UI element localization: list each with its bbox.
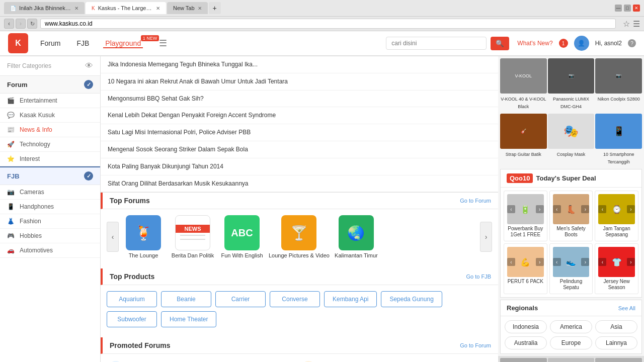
regional-australia[interactable]: Australia	[505, 336, 547, 349]
sidebar-item-hobbies[interactable]: 🎮 Hobbies	[0, 229, 100, 243]
back-button[interactable]: ‹	[4, 19, 14, 29]
product-sepeda-gunung[interactable]: Sepeda Gunung	[381, 291, 442, 307]
bookmark-icon[interactable]: ☆	[623, 19, 630, 29]
deal-prev-arrow6[interactable]: ‹	[598, 258, 606, 266]
user-avatar[interactable]: 👤	[574, 36, 589, 51]
tab-close-3[interactable]: ✕	[198, 6, 202, 11]
promoted-ilmu-marketing[interactable]: 📈 Ilmu Marketing	[299, 358, 492, 362]
nav-playground[interactable]: Playground	[103, 39, 143, 48]
promoted-mancing[interactable]: 🎣 Mancing	[107, 358, 299, 362]
article-7[interactable]: Sifat Orang Dilihat Berdasarkan Musik Ke…	[101, 175, 498, 193]
go-to-forum-link[interactable]: Go to Forum	[460, 198, 491, 204]
sidebar-item-kasak-kusuk[interactable]: 💬 Kasak Kusuk	[0, 108, 100, 123]
notification-badge[interactable]: 1	[559, 39, 568, 48]
whats-new-link[interactable]: What's New?	[517, 40, 552, 47]
forum-the-lounge[interactable]: 🍹 The Lounge	[121, 215, 166, 258]
forum-berita-politik[interactable]: NEWS Berita Dan Politik	[170, 215, 215, 258]
nav-fjb[interactable]: FJB	[74, 39, 91, 47]
deal-perut[interactable]: 💪 ‹ › PERUT 6 PACK	[504, 243, 547, 294]
deal-next-arrow[interactable]: ›	[536, 205, 544, 213]
tab-close-1[interactable]: ✕	[74, 6, 78, 11]
article-3[interactable]: Kenal Lebih Dekat Dengan Penyakit Foreig…	[101, 107, 498, 124]
sidebar-item-handphones[interactable]: 📱 Handphones	[0, 200, 100, 214]
maximize-button[interactable]: □	[624, 5, 631, 12]
regional-lainnya[interactable]: Lainnya	[595, 336, 637, 349]
refresh-button[interactable]: ↻	[27, 19, 37, 29]
deal-next-arrow2[interactable]: ›	[581, 205, 589, 213]
kaskus-logo[interactable]: K	[8, 33, 28, 53]
help-icon[interactable]: ?	[628, 39, 636, 47]
nav-forum[interactable]: Forum	[38, 39, 62, 47]
browser-tab-2[interactable]: K Kaskus - The Largest Indone... ✕	[86, 2, 166, 14]
go-to-forum-link2[interactable]: Go to Forum	[460, 342, 491, 348]
deal-next-arrow4[interactable]: ›	[536, 258, 544, 266]
product-smartphone[interactable]: 📱 10 Smartphone Tercanggih	[595, 114, 642, 165]
deal-next-arrow3[interactable]: ›	[627, 205, 635, 213]
deal-next-arrow5[interactable]: ›	[581, 258, 589, 266]
browser-tab-3[interactable]: New Tab ✕	[167, 2, 208, 14]
menu-icon[interactable]: ☰	[633, 19, 640, 29]
sidebar-item-interest[interactable]: ⭐ Interest	[0, 152, 100, 166]
product-nikon[interactable]: 📷 Nikon Coolpix S2800	[595, 58, 642, 110]
deal-pelindung-sepatu[interactable]: 👟 ‹ › Pelindung Sepatu	[549, 243, 593, 294]
search-input[interactable]	[386, 37, 487, 50]
article-4[interactable]: Satu Lagi Misi Internasional Polri, Poli…	[101, 124, 498, 141]
regional-indonesia[interactable]: Indonesia	[505, 320, 547, 333]
tab-close-2[interactable]: ✕	[156, 6, 160, 11]
search-button[interactable]: 🔍	[491, 37, 509, 50]
carousel-next-button[interactable]: ›	[480, 222, 492, 252]
product-beanie[interactable]: Beanie	[161, 291, 211, 307]
cameras-label: Cameras	[20, 189, 44, 196]
deal-safety-boots[interactable]: 👢 ‹ › Men's Safety Boots	[549, 191, 593, 241]
product-home-theater[interactable]: Home Theater	[161, 311, 216, 327]
article-5[interactable]: Mengenal Sosok Seorang Striker Dalam Sep…	[101, 141, 498, 158]
product-aquarium[interactable]: Aquarium	[107, 291, 157, 307]
forum-kalimantan[interactable]: 🌏 Kalimantan Timur	[334, 215, 379, 258]
deal-jam-tangan[interactable]: ⌚ ‹ › Jam Tangan Sepasang	[595, 191, 638, 241]
forward-button[interactable]: ›	[16, 19, 26, 29]
article-6[interactable]: Kota Paling Banyak Dikunjungi Tahun 2014	[101, 158, 498, 175]
sidebar-fjb-header[interactable]: FJB ✓	[0, 166, 100, 185]
article-2[interactable]: Mengonsumsi BBQ Sehat Gak Sih?	[101, 90, 498, 108]
sidebar-item-cameras[interactable]: 📷 Cameras	[0, 185, 100, 200]
go-to-fjb-link[interactable]: Go to FJB	[466, 274, 491, 280]
product-kembang-api[interactable]: Kembang Api	[324, 291, 377, 307]
deal-prev-arrow4[interactable]: ‹	[507, 258, 515, 266]
deal-next-arrow6[interactable]: ›	[627, 258, 635, 266]
address-bar-input[interactable]	[40, 19, 616, 29]
deal-prev-arrow5[interactable]: ‹	[553, 258, 561, 266]
filter-icon[interactable]: 👁	[85, 61, 93, 70]
sidebar-item-technology[interactable]: 🚀 Technology	[0, 137, 100, 152]
article-0[interactable]: Jika Indonesia Memegang Teguh Bhineka Tu…	[101, 56, 498, 73]
product-carrier[interactable]: Carrier	[215, 291, 266, 307]
see-all-link[interactable]: See All	[618, 305, 635, 311]
regional-europe[interactable]: Europe	[550, 336, 592, 349]
product-vkool[interactable]: V-KOOL V-KOOL 40 & V-KOOL Black	[500, 58, 547, 110]
sidebar-item-fashion[interactable]: 👗 Fashion	[0, 214, 100, 229]
minimize-button[interactable]: —	[615, 5, 622, 12]
product-panasonic[interactable]: 📷 Panasonic LUMIX DMC-GH4	[548, 58, 595, 110]
regional-asia[interactable]: Asia	[595, 320, 637, 333]
product-cosplay-mask[interactable]: 🎭 Cosplay Mask	[548, 114, 595, 165]
sidebar-item-automotives[interactable]: 🚗 Automotives	[0, 243, 100, 258]
forum-lounge-pictures[interactable]: 🍸 Lounge Pictures & Video	[269, 215, 330, 258]
sidebar-item-entertainment[interactable]: 🎬 Entertainment	[0, 94, 100, 108]
sidebar-item-news-info[interactable]: 📰 News & Info	[0, 123, 100, 137]
close-button[interactable]: ✕	[633, 5, 640, 12]
sidebar-forum-header[interactable]: Forum ✓	[0, 76, 100, 94]
deal-jersey[interactable]: 👕 ‹ › Jersey New Season	[595, 243, 638, 294]
carousel-prev-button[interactable]: ‹	[107, 222, 119, 252]
deal-prev-arrow2[interactable]: ‹	[553, 205, 561, 213]
hamburger-menu[interactable]: ☰	[159, 38, 167, 49]
deal-prev-arrow3[interactable]: ‹	[598, 205, 606, 213]
product-strap-guitar[interactable]: 🎸 Strap Guitar Batik	[500, 114, 547, 165]
new-tab-button[interactable]: +	[209, 2, 221, 14]
regional-america[interactable]: America	[550, 320, 592, 333]
forum-fun-english[interactable]: ABC Fun With English	[219, 215, 265, 258]
product-converse[interactable]: Converse	[270, 291, 320, 307]
deal-prev-arrow[interactable]: ‹	[507, 205, 515, 213]
browser-tab-1[interactable]: 📄 Inilah Jika Bhinneka Tungg... ✕	[4, 2, 85, 14]
article-1[interactable]: 10 Negara ini akan Rekrut Anak di Bawah …	[101, 73, 498, 90]
product-subwoofer[interactable]: Subwoofer	[107, 311, 157, 327]
deal-powerbank[interactable]: 🔋 ‹ › Powerbank Buy 1Get 1 FREE	[504, 191, 547, 241]
